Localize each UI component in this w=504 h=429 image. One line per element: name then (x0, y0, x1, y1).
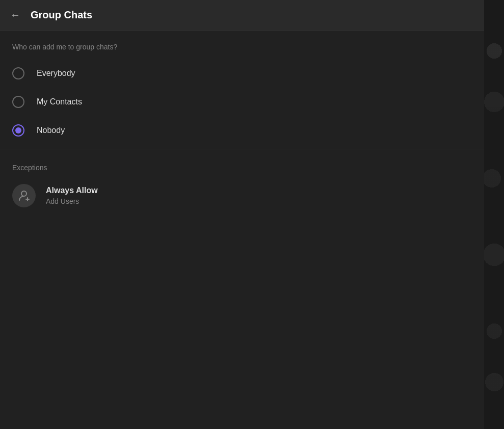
section-question: Who can add me to group chats? (0, 31, 484, 59)
radio-item-everybody[interactable]: Everybody (12, 59, 472, 88)
radio-item-nobody[interactable]: Nobody (12, 116, 472, 145)
always-allow-text: Always Allow Add Users (46, 186, 98, 205)
radio-label-everybody: Everybody (37, 69, 75, 78)
radio-label-nobody: Nobody (37, 126, 65, 135)
radio-circle-nobody (12, 124, 24, 137)
side-decoration (484, 0, 504, 429)
always-allow-item[interactable]: Always Allow Add Users (12, 182, 472, 209)
section-divider (0, 149, 484, 149)
exceptions-title: Exceptions (12, 164, 472, 172)
main-panel: ← Group Chats Who can add me to group ch… (0, 0, 484, 429)
radio-circle-everybody (12, 67, 24, 79)
exceptions-section: Exceptions Always Allow Add Users (0, 153, 484, 220)
radio-circle-my-contacts (12, 96, 24, 108)
back-button[interactable]: ← (10, 9, 20, 21)
back-arrow-icon: ← (10, 9, 20, 21)
always-allow-label: Always Allow (46, 186, 98, 195)
add-user-icon (17, 189, 31, 202)
radio-group: Everybody My Contacts Nobody (0, 59, 484, 145)
header: ← Group Chats (0, 0, 484, 31)
svg-point-0 (21, 191, 26, 196)
page-title: Group Chats (31, 9, 92, 21)
radio-label-my-contacts: My Contacts (37, 97, 82, 106)
content-area: Who can add me to group chats? Everybody… (0, 31, 484, 429)
add-user-icon-container (12, 184, 36, 207)
radio-item-my-contacts[interactable]: My Contacts (12, 88, 472, 116)
add-users-sublabel: Add Users (46, 197, 98, 205)
